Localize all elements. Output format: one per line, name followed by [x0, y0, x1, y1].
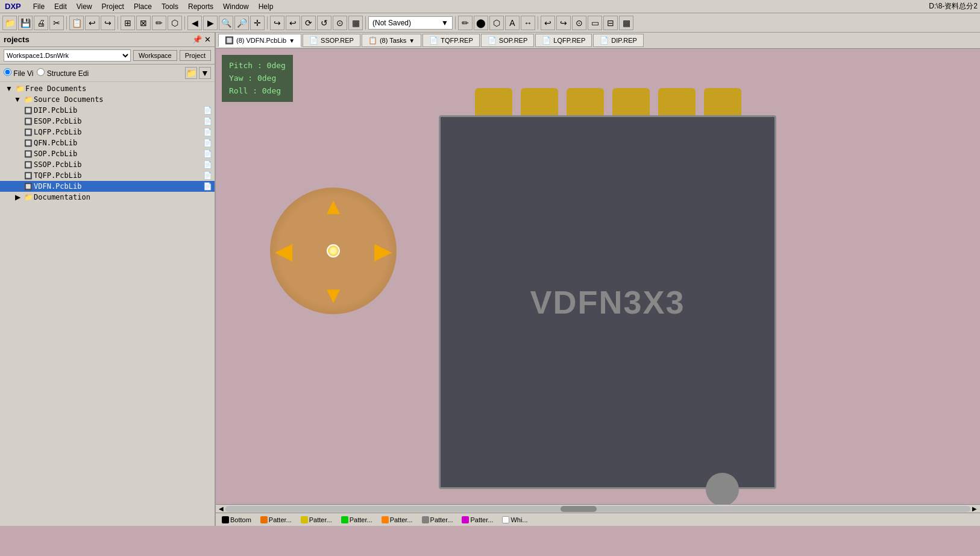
tb-pen[interactable]: ✏ [152, 16, 166, 30]
layer-5[interactable]: Patter... [418, 516, 457, 524]
menu-view[interactable]: View [72, 1, 97, 12]
source-docs-label: Source Documents [34, 95, 104, 104]
tb-back[interactable]: ◀ [187, 16, 202, 30]
tb-grid[interactable]: ⊞ [121, 16, 135, 30]
not-saved-dropdown[interactable]: (Not Saved) ▼ [368, 16, 453, 30]
tree-file-1[interactable]: 🔲 ESOP.PcbLib 📄 [0, 116, 215, 127]
expand-icon[interactable]: ▼ [199, 67, 211, 79]
tb-zoom-out[interactable]: 🔎 [234, 16, 249, 30]
tree-documentation[interactable]: ▶ 📁 Documentation [0, 192, 215, 203]
nav-left-arrow[interactable]: ◀ [275, 238, 292, 264]
scroll-left-arrow[interactable]: ◀ [217, 505, 225, 512]
menu-file[interactable]: File [28, 1, 49, 12]
workspace-btn[interactable]: Workspace [133, 50, 177, 61]
tree-source-docs[interactable]: ▼ 📁 Source Documents [0, 94, 215, 105]
tab-icon-1: 📄 [309, 36, 318, 45]
tb-copy[interactable]: 📋 [69, 16, 84, 30]
tb-print[interactable]: 🖨 [34, 16, 48, 30]
radio-struct-label[interactable]: Structure Edi [37, 68, 89, 78]
tb-rect[interactable]: ▭ [588, 16, 602, 30]
tab-label-1: SSOP.REP [321, 37, 354, 44]
tb-r5[interactable]: ⊙ [333, 16, 347, 30]
tb-cross[interactable]: ✛ [250, 16, 265, 30]
nav-circle[interactable]: ▲ ▼ ◀ ▶ [270, 188, 397, 314]
tb-r6[interactable]: ▦ [348, 16, 363, 30]
tree-file-2[interactable]: 🔲 LQFP.PcbLib 📄 [0, 127, 215, 137]
h-scroll[interactable]: ◀ ▶ [216, 504, 980, 513]
radio-file[interactable] [4, 68, 11, 76]
layer-1[interactable]: Patter... [257, 516, 295, 524]
menubar: DXP File Edit View Project Place Tools R… [0, 0, 980, 13]
menu-place[interactable]: Place [129, 1, 157, 12]
radio-struct[interactable] [37, 68, 45, 76]
tb-redo2[interactable]: ↪ [556, 16, 571, 30]
tb-r2[interactable]: ↩ [286, 16, 300, 30]
nav-down-arrow[interactable]: ▼ [322, 282, 345, 308]
tab-arrow-2[interactable]: ▼ [409, 37, 415, 44]
tab-6[interactable]: 📄 DIP.REP [593, 34, 644, 47]
tb-hex[interactable]: ⬡ [168, 16, 182, 30]
menu-help[interactable]: Help [254, 1, 278, 12]
tree-file-5[interactable]: 🔲 SSOP.PcbLib 📄 [0, 159, 215, 170]
tb-redo[interactable]: ↪ [101, 16, 115, 30]
menu-window[interactable]: Window [218, 1, 254, 12]
tab-2[interactable]: 📋 (8) Tasks ▼ [362, 34, 421, 47]
tb-save[interactable]: 💾 [18, 16, 33, 30]
tree-file-6[interactable]: 🔲 TQFP.PcbLib 📄 [0, 170, 215, 181]
tb-grid2[interactable]: ⊟ [603, 16, 618, 30]
menu-project[interactable]: Project [97, 1, 129, 12]
tab-arrow-0[interactable]: ▼ [289, 37, 295, 44]
tb-cut[interactable]: ✂ [49, 16, 64, 30]
tb-undo2[interactable]: ↩ [541, 16, 555, 30]
h-scroll-track[interactable] [225, 506, 970, 512]
menu-edit[interactable]: Edit [49, 1, 72, 12]
tb-circle[interactable]: ⬤ [474, 16, 488, 30]
tab-0[interactable]: 🔲 (8) VDFN.PcbLib ▼ [218, 34, 301, 47]
scroll-right-arrow[interactable]: ▶ [970, 505, 979, 512]
layer-2[interactable]: Patter... [297, 516, 336, 524]
layer-6[interactable]: Patter... [458, 516, 497, 524]
tb-zoom-in[interactable]: 🔍 [219, 16, 233, 30]
tb-circ2[interactable]: ⊙ [572, 16, 586, 30]
nav-center-dot[interactable] [327, 244, 340, 257]
layer-4[interactable]: Patter... [378, 516, 416, 524]
tb-text[interactable]: A [505, 16, 520, 30]
radio-file-label[interactable]: File Vi [4, 68, 33, 78]
tab-5[interactable]: 📄 LQFP.REP [535, 34, 592, 47]
tb-layers[interactable]: ▦ [619, 16, 633, 30]
tab-4[interactable]: 📄 SOP.REP [481, 34, 535, 47]
tree-file-0[interactable]: 🔲 DIP.PcbLib 📄 [0, 105, 215, 116]
panel-pin-icon[interactable]: 📌 [192, 35, 202, 44]
tree-file-3[interactable]: 🔲 QFN.PcbLib 📄 [0, 137, 215, 148]
canvas-viewport[interactable]: Pitch : 0deg Yaw : 0deg Roll : 0deg ▲ ▼ … [216, 49, 980, 504]
layer-0[interactable]: Bottom [218, 516, 255, 524]
tb-new[interactable]: 📁 [2, 16, 17, 30]
project-btn[interactable]: Project [180, 50, 211, 61]
tab-3[interactable]: 📄 TQFP.REP [422, 34, 480, 47]
tb-r1[interactable]: ↪ [270, 16, 284, 30]
tb-fwd[interactable]: ▶ [203, 16, 218, 30]
panel-close-icon[interactable]: ✕ [204, 35, 211, 44]
layer-3[interactable]: Patter... [338, 516, 376, 524]
tree-free-docs[interactable]: ▼ 📁 Free Documents [0, 83, 215, 94]
menu-tools[interactable]: Tools [157, 1, 183, 12]
layer-7[interactable]: Whi... [498, 516, 531, 524]
menu-reports[interactable]: Reports [183, 1, 218, 12]
tb-r3[interactable]: ⟳ [301, 16, 316, 30]
tb-meas[interactable]: ↔ [521, 16, 535, 30]
nav-right-arrow[interactable]: ▶ [374, 238, 392, 264]
tab-1[interactable]: 📄 SSOP.REP [303, 34, 360, 47]
tree-file-7[interactable]: 🔲 VDFN.PcbLib 📄 [0, 181, 215, 192]
tb-undo[interactable]: ↩ [85, 16, 99, 30]
tb-pencil2[interactable]: ✏ [458, 16, 473, 30]
h-scroll-thumb[interactable] [561, 506, 597, 512]
folder-icon[interactable]: 📁 [185, 67, 197, 79]
pcblib-icon-3: 🔲 [23, 139, 34, 147]
tb-poly[interactable]: ⬡ [489, 16, 504, 30]
workspace-select[interactable]: Workspace1.DsnWrk [4, 49, 131, 62]
tb-r4[interactable]: ↺ [317, 16, 331, 30]
tree-file-4[interactable]: 🔲 SOP.PcbLib 📄 [0, 148, 215, 159]
nav-up-arrow[interactable]: ▲ [322, 194, 345, 220]
tb-sel[interactable]: ⊠ [136, 16, 151, 30]
layer-dot-7 [502, 516, 509, 523]
